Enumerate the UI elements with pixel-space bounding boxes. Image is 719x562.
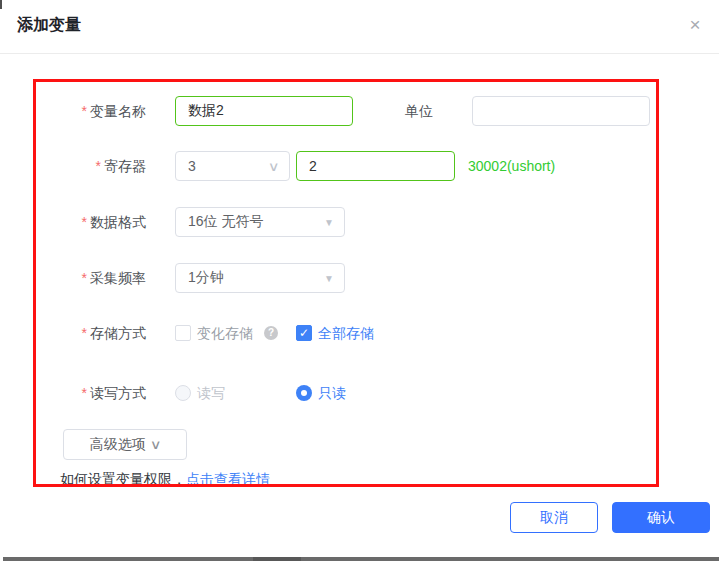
read-only-option-label[interactable]: 只读 <box>318 385 346 401</box>
required-marker: * <box>82 325 87 341</box>
window-bottom-edge <box>3 557 719 561</box>
register-address-input[interactable] <box>296 151 455 181</box>
sample-rate-select[interactable]: 1分钟 ▼ <box>175 263 345 293</box>
required-marker: * <box>82 385 87 401</box>
data-format-select[interactable]: 16位 无符号 ▼ <box>175 207 345 237</box>
help-question-icon[interactable]: ? <box>264 326 278 340</box>
caret-down-icon: ▼ <box>324 217 334 228</box>
read-only-radio[interactable] <box>296 385 312 401</box>
chevron-down-icon: ∨ <box>150 437 162 452</box>
window-bottom-edge-segment <box>253 557 301 561</box>
confirm-button[interactable]: 确认 <box>612 502 710 533</box>
header-divider <box>0 53 719 54</box>
unit-input[interactable] <box>472 96 650 126</box>
advanced-options-label: 高级选项 <box>90 436 146 454</box>
change-storage-option-label[interactable]: 变化存储 <box>197 325 253 341</box>
all-storage-checkbox[interactable]: ✓ <box>296 325 312 341</box>
register-type-select[interactable]: 3 ∨ <box>175 151 290 181</box>
all-storage-option-label[interactable]: 全部存储 <box>318 325 374 341</box>
cancel-button[interactable]: 取消 <box>510 502 598 533</box>
register-type-value: 3 <box>188 158 263 174</box>
required-marker: * <box>96 158 101 174</box>
read-write-option-label[interactable]: 读写 <box>197 385 225 401</box>
window-corner-artifact <box>0 0 2 9</box>
change-storage-checkbox[interactable] <box>175 325 191 341</box>
add-variable-dialog: 添加变量 × *变量名称 单位 *寄存器 3 ∨ 30002(ushort) *… <box>0 0 719 562</box>
unit-label: 单位 <box>375 96 433 126</box>
caret-down-icon: ▼ <box>324 273 334 284</box>
dialog-title: 添加变量 <box>17 15 81 36</box>
rw-mode-label: *读写方式 <box>40 385 146 401</box>
required-marker: * <box>82 270 87 286</box>
required-marker: * <box>82 214 87 230</box>
permission-hint-text: 如何设置变量权限， <box>60 471 186 487</box>
required-marker: * <box>82 103 87 119</box>
sample-rate-value: 1分钟 <box>188 269 318 287</box>
register-address-hint: 30002(ushort) <box>468 151 555 181</box>
data-format-value: 16位 无符号 <box>188 213 318 231</box>
storage-mode-label: *存储方式 <box>40 325 146 341</box>
sample-rate-label: *采集频率 <box>40 263 146 293</box>
advanced-options-button[interactable]: 高级选项 ∨ <box>63 429 187 460</box>
view-details-link[interactable]: 点击查看详情 <box>186 471 270 487</box>
read-write-radio[interactable] <box>175 385 191 401</box>
variable-name-label: *变量名称 <box>40 96 146 126</box>
permission-hint: 如何设置变量权限，点击查看详情 <box>60 471 270 488</box>
check-icon: ✓ <box>299 326 309 340</box>
register-label: *寄存器 <box>40 151 146 181</box>
close-icon[interactable]: × <box>684 14 706 36</box>
chevron-down-icon: ∨ <box>268 159 280 174</box>
data-format-label: *数据格式 <box>40 207 146 237</box>
variable-name-input[interactable] <box>175 96 353 126</box>
